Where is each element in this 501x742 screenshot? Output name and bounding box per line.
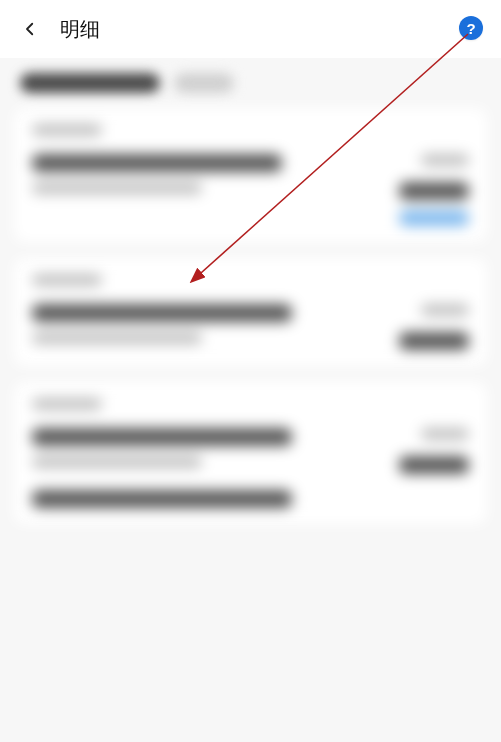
help-icon: ? (466, 21, 475, 36)
transaction-card[interactable] (14, 258, 487, 366)
header-bar: 明细 ? (0, 0, 501, 58)
help-button[interactable]: ? (459, 16, 483, 40)
transaction-card[interactable] (14, 108, 487, 242)
back-button[interactable] (16, 15, 44, 43)
transaction-card[interactable] (14, 382, 487, 524)
content-area (0, 58, 501, 742)
page-title: 明细 (60, 16, 100, 43)
chevron-left-icon (21, 20, 39, 38)
